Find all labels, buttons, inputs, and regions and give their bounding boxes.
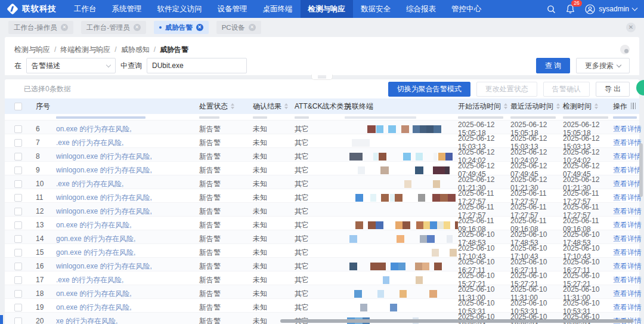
nav-item-detect-response[interactable]: 检测与响应 xyxy=(301,0,354,18)
censored-block xyxy=(355,221,363,229)
censored-block xyxy=(381,194,389,202)
search-icon[interactable] xyxy=(547,5,556,14)
censored-block xyxy=(416,221,423,229)
alert-description-link[interactable]: gon.exe 的行为存在风险, xyxy=(56,248,199,258)
sort-caret-icon[interactable] xyxy=(504,103,507,109)
nav-item-sdp[interactable]: 软件定义访问 xyxy=(150,0,210,18)
tactic-cell: 其它 xyxy=(295,289,345,299)
breadcrumb-item[interactable]: 检测与响应 xyxy=(14,45,50,55)
filter-field-select[interactable]: 告警描述 xyxy=(26,58,116,73)
view-details-link[interactable]: 查看详情 xyxy=(613,234,644,244)
row-checkbox[interactable] xyxy=(14,208,22,215)
view-details-link[interactable]: 查看详情 xyxy=(613,248,644,258)
user-menu[interactable]: sysadmin xyxy=(585,4,637,14)
breadcrumb-item[interactable]: 终端检测与响应 xyxy=(60,45,110,55)
row-checkbox[interactable] xyxy=(14,317,22,324)
alert-description-link[interactable]: on.exe 的行为存在风险, xyxy=(56,220,199,230)
nav-item-system-mgmt[interactable]: 系统管理 xyxy=(104,0,150,18)
status-cell: 新告警 xyxy=(199,316,253,324)
select-all-checkbox[interactable] xyxy=(14,103,22,110)
close-all-tabs-icon[interactable]: ✕ xyxy=(626,23,636,32)
tab-label: PC设备 xyxy=(222,23,245,32)
confirm-result-cell: 未知 xyxy=(253,220,295,230)
tab-workbench-operator[interactable]: 工作台-操作员 ✕ xyxy=(8,21,73,34)
nav-item-desktop[interactable]: 桌面终端 xyxy=(255,0,301,18)
row-checkbox[interactable] xyxy=(14,194,22,202)
censored-block xyxy=(395,221,402,229)
row-checkbox[interactable] xyxy=(14,180,22,188)
confirm-result-cell: 未知 xyxy=(253,124,295,134)
row-checkbox[interactable] xyxy=(14,290,22,298)
sort-caret-icon[interactable] xyxy=(284,103,288,109)
sort-caret-icon[interactable] xyxy=(556,103,560,109)
nav-item-workbench[interactable]: 工作台 xyxy=(66,0,104,18)
view-details-link[interactable]: 查看详情 xyxy=(613,124,644,134)
chevron-down-icon xyxy=(106,62,111,67)
view-details-link[interactable]: 查看详情 xyxy=(613,275,644,285)
alert-description-link[interactable]: winlogon.exe 的行为存在风险, xyxy=(56,165,199,175)
row-number: 20 xyxy=(36,317,56,324)
row-checkbox[interactable] xyxy=(14,166,22,174)
alert-description-link[interactable]: gon.exe 的行为存在风险, xyxy=(56,234,199,244)
view-details-link[interactable]: 查看详情 xyxy=(613,289,644,299)
tab-close-icon[interactable]: ✕ xyxy=(134,24,141,31)
tab-close-icon[interactable]: ✕ xyxy=(249,24,256,31)
view-details-link[interactable]: 查看详情 xyxy=(613,220,644,230)
filter-in-label: 在 xyxy=(14,61,21,71)
tab-threat-alerts[interactable]: 威胁告警 ✕ xyxy=(154,21,209,34)
tab-workbench-admin[interactable]: 工作台-管理员 ✕ xyxy=(81,21,146,34)
notification-bell-icon[interactable]: 26 xyxy=(566,4,575,14)
more-search-button[interactable]: 更多搜索 xyxy=(576,58,630,73)
search-input[interactable] xyxy=(147,58,247,73)
breadcrumb-item[interactable]: 威胁感知 xyxy=(121,45,150,55)
censored-block xyxy=(404,180,411,188)
column-settings-icon[interactable] xyxy=(631,103,636,109)
change-status-button[interactable]: 更改处置状态 xyxy=(476,82,537,97)
alert-description-link[interactable]: winlogon.exe 的行为存在风险, xyxy=(56,152,199,162)
row-checkbox[interactable] xyxy=(14,153,22,161)
view-details-link[interactable]: 查看详情 xyxy=(613,303,644,313)
tab-pc-devices[interactable]: PC设备 ✕ xyxy=(216,21,261,34)
switch-aggregate-mode-button[interactable]: 切换为聚合告警模式 xyxy=(388,82,470,97)
alert-description-link[interactable]: on.exe 的行为存在风险, xyxy=(56,124,199,134)
row-checkbox[interactable] xyxy=(14,276,22,284)
nav-item-reports[interactable]: 综合报表 xyxy=(398,0,444,18)
alert-description-link[interactable]: winlogon.exe 的行为存在风险, xyxy=(56,193,199,203)
alert-confirm-button[interactable]: 告警确认 xyxy=(543,82,590,97)
collapse-handle[interactable] xyxy=(311,75,333,80)
nav-item-data-security[interactable]: 数据安全 xyxy=(353,0,398,18)
alert-description-link[interactable]: .exe 的行为存在风险, xyxy=(56,179,199,189)
sort-caret-icon[interactable] xyxy=(595,103,598,109)
row-checkbox[interactable] xyxy=(14,304,22,311)
export-button[interactable]: 导 出 xyxy=(596,82,630,97)
vertical-scrollbar-thumb[interactable] xyxy=(639,143,643,197)
row-checkbox[interactable] xyxy=(14,263,22,270)
search-button[interactable]: 查 询 xyxy=(536,58,570,73)
view-details-link[interactable]: 查看详情 xyxy=(613,206,644,217)
status-cell: 新告警 xyxy=(199,179,253,189)
sort-caret-icon[interactable] xyxy=(231,103,234,109)
nav-item-control-center[interactable]: 管控中心 xyxy=(444,0,489,18)
censored-block xyxy=(416,153,423,161)
row-checkbox[interactable] xyxy=(14,235,22,243)
row-checkbox[interactable] xyxy=(14,139,22,147)
censored-block xyxy=(438,153,445,161)
row-checkbox[interactable] xyxy=(14,249,22,257)
alert-description-link[interactable]: .exe 的行为存在风险, xyxy=(56,275,199,285)
censored-block xyxy=(415,166,423,174)
censored-terminal-blocks xyxy=(345,276,458,284)
alert-description-link[interactable]: winlogon.exe 的行为存在风险, xyxy=(56,261,199,271)
row-checkbox[interactable] xyxy=(14,221,22,229)
horizontal-scrollbar-thumb[interactable] xyxy=(280,319,633,323)
view-details-link[interactable]: 查看详情 xyxy=(613,261,644,271)
alert-description-link[interactable]: on.exe 的行为存在风险, xyxy=(56,303,199,313)
alert-description-link[interactable]: winlogon.exe 的行为存在风险, xyxy=(56,206,199,217)
alert-description-link[interactable]: xe 的行为存在风险, xyxy=(56,316,199,324)
alert-description-link[interactable]: on.exe 的行为存在风险, xyxy=(56,289,199,299)
alert-description-link[interactable]: .exe 的行为存在风险, xyxy=(56,138,199,148)
tab-close-icon[interactable]: ✕ xyxy=(196,24,203,31)
tab-close-icon[interactable]: ✕ xyxy=(61,24,68,31)
row-checkbox[interactable] xyxy=(14,125,22,133)
nav-item-device-mgmt[interactable]: 设备管理 xyxy=(210,0,255,18)
panel-toggle-icon[interactable] xyxy=(620,45,630,54)
